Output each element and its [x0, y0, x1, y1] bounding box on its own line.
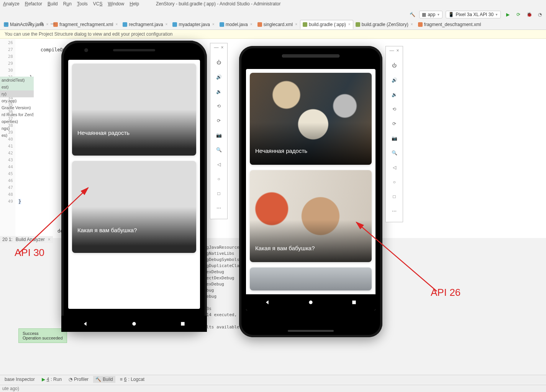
collapse-icon[interactable]: —	[49, 20, 57, 28]
chevron-down-icon: ▼	[437, 13, 440, 16]
profile-icon[interactable]: ◔	[536, 11, 544, 18]
debug-icon[interactable]: 🐞	[525, 11, 533, 18]
build-analyzer-tab[interactable]: Build Analyzer	[16, 237, 45, 242]
minimize-icon[interactable]: —	[389, 48, 394, 53]
close-icon[interactable]: ×	[396, 48, 399, 53]
more-icon[interactable]: ⋯	[214, 203, 223, 213]
overview-button-icon[interactable]: □	[390, 192, 399, 201]
tab-myadapter-java[interactable]: myadapter.java×	[170, 20, 217, 29]
hammer-build-icon[interactable]: 🔨	[408, 11, 416, 18]
close-icon[interactable]: ×	[411, 22, 413, 26]
tree-item[interactable]: est)	[0, 84, 34, 90]
close-icon[interactable]: ×	[221, 45, 223, 50]
emulator-screen[interactable]: Нечаянная радость Какая я вам бабушка?	[68, 60, 200, 309]
rotate-left-icon[interactable]: ⟲	[214, 102, 223, 111]
module-selector[interactable]: ▦ app ▼	[419, 11, 443, 18]
story-card[interactable]	[250, 267, 372, 290]
project-tree[interactable]: androidTest) est) ry) ory.app) Gradle Ve…	[0, 77, 34, 139]
back-button-icon[interactable]: ◁	[214, 160, 223, 169]
apply-changes-icon[interactable]: ⟳	[515, 11, 522, 18]
tab-build[interactable]: 🔨Build	[93, 376, 115, 383]
tab-build-gradle-root[interactable]: build.gradle (ZenStory)×	[353, 20, 416, 29]
close-icon[interactable]: ×	[166, 22, 168, 26]
camera-icon[interactable]: 📷	[214, 131, 223, 140]
build-panel-header: 20 1: Build Analyzer ×	[0, 236, 53, 243]
menu-vcs[interactable]: VCS	[93, 1, 103, 7]
story-card[interactable]: Какая я вам бабушка?	[72, 161, 196, 253]
menu-analyze[interactable]: Analyze	[3, 1, 20, 7]
volume-up-icon[interactable]: 🔊	[214, 72, 223, 82]
back-icon[interactable]	[264, 299, 271, 305]
emulator-screen[interactable]: Нечаянная радость Какая я вам бабушка?	[246, 69, 375, 310]
rotate-right-icon[interactable]: ⟳	[390, 119, 399, 128]
close-icon[interactable]: ×	[348, 22, 351, 26]
story-card[interactable]: Нечаянная радость	[250, 73, 372, 165]
settings-icon[interactable]: ⚙	[38, 20, 45, 28]
card-title: Какая я вам бабушка?	[77, 227, 137, 233]
gradle-file-icon	[356, 22, 360, 27]
tree-item[interactable]: rd Rules for ZenStory)	[0, 111, 34, 118]
power-icon[interactable]: ⏻	[214, 58, 223, 67]
run-icon[interactable]: ▶	[504, 11, 512, 18]
more-icon[interactable]: ⋯	[390, 207, 399, 216]
close-icon[interactable]: ×	[115, 22, 118, 26]
menu-run[interactable]: Run	[63, 1, 72, 7]
minimize-icon[interactable]: —	[214, 45, 218, 50]
tab-recfragment-java[interactable]: recfragment.java×	[120, 20, 170, 29]
zoom-icon[interactable]: 🔍	[214, 145, 223, 154]
overview-icon[interactable]	[351, 299, 357, 305]
back-icon[interactable]	[82, 321, 89, 327]
menu-refactor[interactable]: Refactor	[25, 1, 42, 7]
tab-singlecard-xml[interactable]: singlecard.xml×	[255, 20, 300, 29]
tree-item[interactable]: ngs)	[0, 125, 34, 132]
menu-tools[interactable]: Tools	[77, 1, 88, 7]
tab-model-java[interactable]: model.java×	[217, 20, 255, 29]
back-nav-icon[interactable]: ←	[3, 20, 11, 28]
overview-button-icon[interactable]: □	[214, 189, 223, 198]
tab-run[interactable]: ▶ 4: Run	[39, 376, 64, 383]
volume-down-icon[interactable]: 🔉	[390, 90, 399, 99]
sync-icon[interactable]: ⇅	[26, 20, 34, 28]
back-button-icon[interactable]: ◁	[390, 163, 399, 172]
story-card[interactable]: Какая я вам бабушка?	[250, 170, 372, 262]
camera-icon[interactable]: 📷	[390, 134, 399, 143]
story-card[interactable]: Нечаянная радость	[72, 64, 196, 156]
close-icon[interactable]: ×	[212, 22, 215, 26]
volume-up-icon[interactable]: 🔊	[390, 75, 399, 85]
menu-help[interactable]: Help	[130, 1, 139, 7]
volume-down-icon[interactable]: 🔉	[214, 87, 223, 96]
overview-icon[interactable]	[180, 321, 186, 327]
tree-item[interactable]: es)	[0, 132, 34, 139]
tree-item[interactable]: operties)	[0, 118, 34, 125]
project-structure-hint[interactable]: You can use the Project Structure dialog…	[0, 30, 546, 39]
home-button-icon[interactable]: ○	[214, 174, 223, 184]
profile-icon: ◔	[69, 377, 72, 382]
power-icon[interactable]: ⏻	[390, 61, 399, 70]
home-icon[interactable]	[131, 321, 137, 327]
emulator-toolbar-2: —× ⏻ 🔊 🔉 ⟲ ⟳ 📷 🔍 ◁ ○ □ ⋯	[385, 46, 403, 222]
tab-fragment-descfragment-xml[interactable]: fragment_descfragment.xml	[416, 20, 484, 29]
tab-database-inspector[interactable]: base Inspector	[2, 376, 37, 383]
tree-item[interactable]: ry)	[0, 90, 34, 97]
device-selector[interactable]: 📱 Pixel 3a XL API 30 ▼	[446, 11, 501, 18]
home-button-icon[interactable]: ○	[390, 177, 399, 187]
rotate-right-icon[interactable]: ⟳	[214, 116, 223, 125]
close-icon[interactable]: ×	[48, 237, 51, 242]
home-icon[interactable]	[308, 299, 314, 305]
emulator-api30: Нечаянная радость Какая я вам бабушка?	[61, 41, 207, 332]
tree-item[interactable]: ory.app)	[0, 97, 34, 104]
rotate-left-icon[interactable]: ⟲	[390, 105, 399, 114]
tab-fragment-recfragment-xml[interactable]: fragment_recfragment.xml×	[51, 20, 120, 29]
tree-item[interactable]: androidTest)	[0, 77, 34, 84]
build-output[interactable]: ugJavaResource ugNativeLibs ugDebugSymbo…	[204, 244, 244, 330]
fwd-nav-icon[interactable]: →	[15, 20, 22, 28]
tab-profiler[interactable]: ◔Profiler	[66, 376, 91, 383]
zoom-icon[interactable]: 🔍	[390, 148, 399, 157]
close-icon[interactable]: ×	[295, 22, 297, 26]
tab-build-gradle-app[interactable]: build.gradle (:app)×	[300, 20, 353, 29]
tab-logcat[interactable]: ≡ 6: Logcat	[118, 376, 147, 383]
menu-window[interactable]: Window	[108, 1, 125, 7]
tree-item[interactable]: Gradle Version)	[0, 104, 34, 111]
menu-build[interactable]: Build	[48, 1, 58, 7]
close-icon[interactable]: ×	[250, 22, 253, 26]
